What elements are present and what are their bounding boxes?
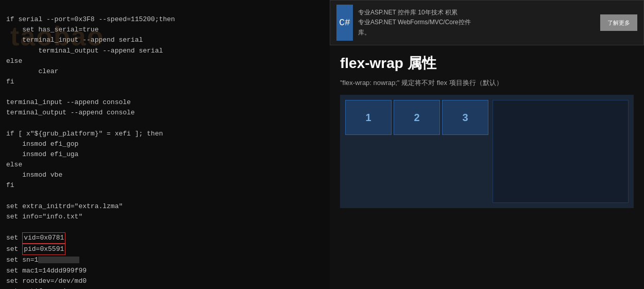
ad-icon: C#	[336, 5, 353, 41]
content-area: flex-wrap 属性 "flex-wrap: nowrap;" 规定将不对 …	[330, 45, 644, 289]
flex-column-3: 3	[442, 100, 488, 203]
flex-column-2: 2	[394, 100, 440, 203]
ad-banner: C# 专业ASP.NET 控件库 10年技术 积累 专业ASP.NET WebF…	[330, 0, 644, 45]
code-line-17: set info="info.txt"	[6, 213, 82, 220]
code-line-7: fi	[6, 78, 14, 86]
code-line-16: set extra_initrd="extra.lzma"	[6, 202, 123, 210]
code-line-3: terminal_input --append serial	[6, 36, 143, 44]
ad-button[interactable]: 了解更多	[600, 14, 637, 31]
code-line-14: insmod vbe	[6, 171, 62, 179]
code-line-19: set pid=0x5591	[6, 245, 65, 253]
page-title: flex-wrap 属性	[340, 54, 634, 73]
code-line-10: if [ x"${grub_platform}" = xefi ]; then	[6, 130, 163, 138]
ad-line-3: 库。	[358, 28, 595, 38]
code-line-8: terminal_input --append console	[6, 98, 131, 106]
code-line-2: set has_serial=true	[6, 26, 98, 33]
code-line-11: insmod efi_gop	[6, 140, 78, 148]
code-line-9: terminal_output --append console	[6, 109, 135, 116]
ad-icon-symbol: C#	[339, 18, 350, 28]
code-line-21: set mac1=14ddd999f99	[6, 267, 87, 275]
code-line-20: set sn=1​	[6, 256, 79, 264]
terminal-panel: taobao if serial --port=0x3F8 --speed=11…	[0, 0, 330, 289]
code-line-6: clear	[6, 67, 58, 75]
ad-line-1: 专业ASP.NET 控件库 10年技术 积累	[358, 8, 595, 18]
code-line-12: insmod efi_uga	[6, 150, 78, 158]
code-line-15: fi	[6, 181, 14, 189]
code-line-18: set vid=0x0781	[6, 234, 65, 242]
terminal-output-label: terminal_output --append serial	[22, 47, 163, 55]
pid-highlight: pid=0x5591	[22, 244, 65, 255]
code-line-13: else	[6, 161, 22, 168]
flex-column-1: 1	[345, 100, 392, 203]
ad-line-2: 专业ASP.NET WebForms/MVC/Core控件	[358, 18, 595, 27]
code-line-22: set rootdev=/dev/md0	[6, 277, 87, 285]
subtitle: "flex-wrap: nowrap;" 规定将不对 flex 项目换行（默认）	[340, 78, 634, 88]
flex-box-1: 1	[345, 100, 392, 135]
flex-box-3: 3	[442, 100, 488, 135]
code-line-5: else	[6, 57, 22, 65]
flex-right-space	[493, 100, 629, 203]
vid-highlight: vid=0x0781	[22, 232, 65, 244]
code-block: if serial --port=0x3F8 --speed=115200;th…	[6, 4, 324, 289]
code-line-4: terminal_output --append serial	[6, 47, 163, 55]
code-line-1: if serial --port=0x3F8 --speed=115200;th…	[6, 15, 175, 23]
flex-box-2: 2	[394, 100, 440, 135]
right-panel: C# 专业ASP.NET 控件库 10年技术 积累 专业ASP.NET WebF…	[330, 0, 644, 289]
redacted-sn: ​	[38, 257, 79, 263]
ad-text: 专业ASP.NET 控件库 10年技术 积累 专业ASP.NET WebForm…	[358, 8, 595, 38]
flex-demo: 1 2 3	[340, 95, 634, 208]
